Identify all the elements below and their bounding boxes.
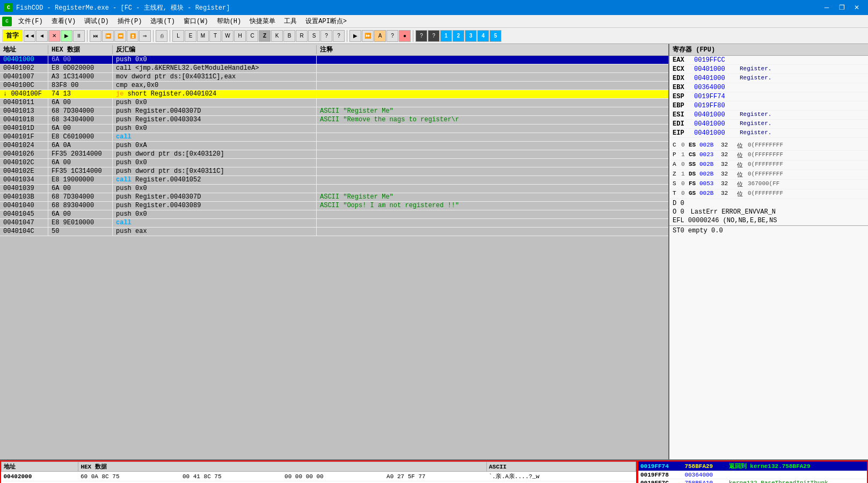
disasm-row[interactable]: 00401007A3 1C314000mov dword ptr ds:[0x4…	[0, 73, 668, 82]
disasm-row[interactable]: 004010006A 00push 0x0	[0, 56, 668, 64]
disasm-row[interactable]: 0040104C50push eax	[0, 228, 668, 236]
tb-play[interactable]: ▶	[61, 30, 72, 42]
disasm-row[interactable]: 00401047E8 9E010000call	[0, 219, 668, 228]
tb-references[interactable]: R	[296, 30, 308, 42]
disasm-row[interactable]: 0040101D6A 00push 0x0	[0, 125, 668, 133]
tb-pause[interactable]: ⏸	[73, 30, 85, 42]
disasm-row[interactable]: 0040100C83F8 00cmp eax,0x0	[0, 82, 668, 90]
menu-file[interactable]: 文件(F)	[14, 16, 47, 27]
mem-hex4: A0 27 5F 77	[384, 472, 486, 481]
disasm-row[interactable]: 00401034E8 19000000call Register.0040105…	[0, 176, 668, 185]
tb-stop[interactable]: ✕	[48, 30, 60, 42]
tb-misc5[interactable]: ●	[399, 30, 411, 42]
restore-button[interactable]: ❐	[835, 2, 849, 13]
reg-val[interactable]: 0019FFCC	[694, 56, 740, 64]
tb-threads[interactable]: T	[209, 30, 221, 42]
disasm-scroll[interactable]: 004010006A 00push 0x000401002E8 0D020000…	[0, 56, 668, 459]
menu-window[interactable]: 窗口(W)	[179, 16, 213, 27]
disasm-row[interactable]: 004010246A 0Apush 0xA	[0, 142, 668, 150]
reg-val[interactable]: 0019FF80	[694, 102, 740, 109]
tb-exec[interactable]: E	[185, 30, 196, 42]
tb-execute[interactable]: ⇒	[139, 30, 151, 42]
reg-val[interactable]: 00401000	[694, 65, 740, 73]
tb-run-to[interactable]: ⏫	[127, 30, 138, 42]
tb-cpu[interactable]: C	[246, 30, 258, 42]
tb-num1[interactable]: 1	[440, 30, 452, 42]
tb-options[interactable]: ?	[333, 30, 345, 42]
disasm-addr: 00401045	[0, 210, 48, 218]
reg-name: EDX	[673, 75, 694, 82]
reg-desc: Register.	[740, 120, 771, 128]
tb-misc2[interactable]: ⏩	[362, 30, 374, 42]
disasm-comment: ASCII "Remove the nags to register\r	[317, 116, 462, 124]
tb-back[interactable]: ◄	[36, 30, 48, 42]
disasm-row[interactable]: 0040103B68 7D304000push Register.0040307…	[0, 193, 668, 202]
tb-rewind[interactable]: ◄◄	[24, 30, 35, 42]
toolbar-misc-section: ▶ ⏩ A ? ●	[349, 30, 413, 42]
menu-tools[interactable]: 工具	[280, 16, 301, 27]
reg-val[interactable]: 00401000	[694, 120, 740, 128]
tb-handles[interactable]: H	[234, 30, 246, 42]
reg-val[interactable]: 00364000	[694, 84, 740, 91]
mem-hex2: 00 41 8C 75	[180, 472, 282, 481]
reg-val[interactable]: 00401000	[694, 111, 740, 119]
reg-val[interactable]: 00401000	[694, 129, 740, 137]
tb-log[interactable]: L	[172, 30, 184, 42]
title-bar-buttons[interactable]: ─ ❐ ✕	[820, 2, 864, 13]
reg-desc: Register.	[740, 129, 771, 137]
menu-plugin[interactable]: 插件(P)	[113, 16, 147, 27]
menu-shortcuts[interactable]: 快捷菜单	[245, 16, 280, 27]
disasm-row[interactable]: 00401002E8 0D020000call <jmp.&KERNEL32.G…	[0, 64, 668, 73]
disasm-row[interactable]: 0040101FE8 C6010000call	[0, 133, 668, 142]
disasm-hex: 74 13	[48, 90, 113, 98]
segment-row: A0SS002B32位0(FFFFFFFF	[669, 160, 868, 170]
tb-source[interactable]: S	[308, 30, 320, 42]
tb-n1[interactable]: ?	[415, 30, 427, 42]
tb-step-into[interactable]: ⏭	[90, 30, 101, 42]
tb-open[interactable]: ⎙	[156, 30, 167, 42]
disasm-row[interactable]: ↓ 0040100F74 13je short Register.0040102…	[0, 90, 668, 99]
tb-windows[interactable]: W	[222, 30, 234, 42]
tb-step-out[interactable]: ⏪	[114, 30, 126, 42]
close-button[interactable]: ✕	[850, 2, 864, 13]
disasm-row[interactable]: 004010456A 00push 0x0	[0, 210, 668, 219]
tb-num5[interactable]: 5	[490, 30, 501, 42]
tb-callstack[interactable]: K	[271, 30, 283, 42]
tb-breakpoints[interactable]: B	[283, 30, 295, 42]
stack-row[interactable]: 0019FF78 00364000	[638, 471, 867, 479]
tb-step-over[interactable]: ⏩	[102, 30, 114, 42]
disasm-row[interactable]: 0040102EFF35 1C314000push dword ptr ds:[…	[0, 167, 668, 176]
tb-misc1[interactable]: ▶	[349, 30, 361, 42]
disasm-row[interactable]: 0040101368 7D304000push Register.0040307…	[0, 107, 668, 116]
minimize-button[interactable]: ─	[820, 2, 834, 13]
disasm-row[interactable]: 0040104068 89304000push Register.0040308…	[0, 202, 668, 210]
memory-row[interactable]: 00402010 30 18 61 77 C0 50 60 77 50 3B 5…	[2, 481, 636, 484]
reg-val[interactable]: 00401000	[694, 75, 740, 82]
disasm-row[interactable]: 004010396A 00push 0x0	[0, 185, 668, 193]
disasm-addr: 00401024	[0, 142, 48, 150]
disasm-row[interactable]: 00401026FF35 20314000push dword ptr ds:[…	[0, 150, 668, 159]
menu-api-breakpoints[interactable]: 设置API断点>	[301, 16, 351, 27]
tb-misc4[interactable]: ?	[386, 30, 398, 42]
disasm-row[interactable]: 0040101868 34304000push Register.0040303…	[0, 116, 668, 125]
menu-help[interactable]: 帮助(H)	[213, 16, 246, 27]
tb-misc3[interactable]: A	[374, 30, 386, 42]
tb-num4[interactable]: 4	[477, 30, 489, 42]
tb-num3[interactable]: 3	[465, 30, 477, 42]
tb-patches[interactable]: Z	[259, 30, 271, 42]
flag-d: D 0	[673, 200, 684, 207]
stack-row[interactable]: 0019FF7C 758BFA10 kerne132.BaseThreadIni…	[638, 479, 867, 484]
tb-n2[interactable]: ?	[428, 30, 440, 42]
reg-desc: Register.	[740, 65, 771, 73]
disasm-row[interactable]: 0040102C6A 00push 0x0	[0, 159, 668, 167]
menu-options[interactable]: 选项(T)	[146, 16, 179, 27]
stack-row[interactable]: 0019FF74 758BFA29 返回到 kerne132.758BFA29	[638, 462, 867, 471]
reg-val[interactable]: 0019FF74	[694, 93, 740, 100]
menu-view[interactable]: 查看(V)	[47, 16, 81, 27]
disasm-row[interactable]: 004010116A 00push 0x0	[0, 99, 668, 107]
menu-debug[interactable]: 调试(D)	[80, 16, 113, 27]
tb-mem[interactable]: M	[197, 30, 209, 42]
memory-row[interactable]: 00402000 60 0A 8C 75 00 41 8C 75 00 00 0…	[2, 472, 636, 481]
tb-plugins[interactable]: ?	[320, 30, 332, 42]
tb-num2[interactable]: 2	[453, 30, 464, 42]
